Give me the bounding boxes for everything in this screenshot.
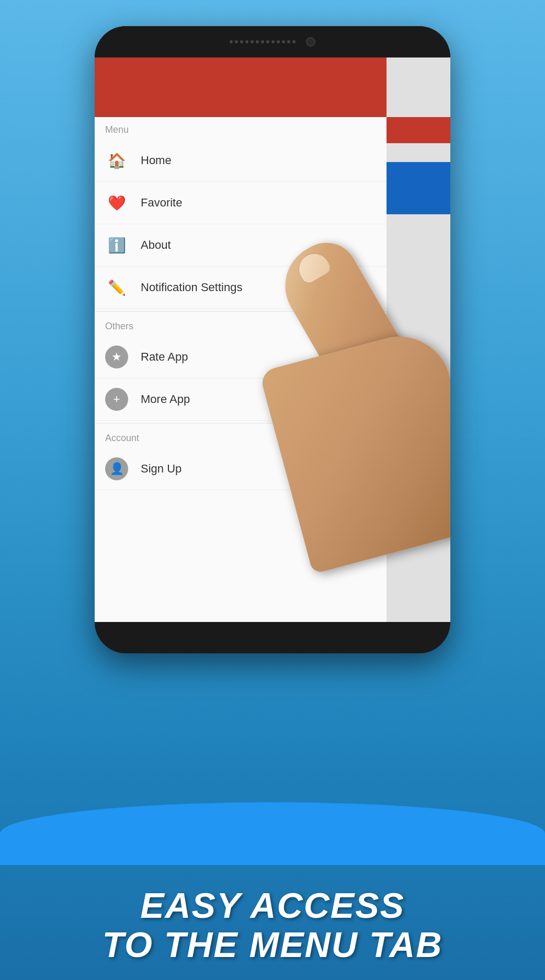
phone-top-hardware bbox=[95, 26, 450, 57]
user-icon: 👤 bbox=[105, 457, 128, 480]
about-label: About bbox=[141, 238, 171, 252]
home-label: Home bbox=[141, 154, 172, 167]
signup-label: Sign Up bbox=[141, 462, 181, 476]
notification-settings-label: Notification Settings bbox=[141, 281, 242, 294]
camera bbox=[306, 37, 315, 47]
speaker bbox=[230, 40, 296, 43]
hand-shape bbox=[283, 240, 450, 554]
more-app-label: More App bbox=[141, 393, 190, 406]
home-icon: 🏠 bbox=[105, 149, 128, 172]
favorite-label: Favorite bbox=[141, 196, 182, 210]
menu-item-home[interactable]: 🏠 Home bbox=[95, 140, 387, 182]
info-icon: ℹ️ bbox=[105, 234, 128, 257]
bg-accent bbox=[387, 117, 450, 143]
bottom-text-area: EASY ACCESS TO THE MENU TAB bbox=[0, 886, 545, 964]
rate-app-label: Rate App bbox=[141, 350, 188, 364]
star-icon: ★ bbox=[105, 345, 128, 368]
phone-bottom-hardware bbox=[95, 622, 450, 653]
background-wave bbox=[0, 802, 545, 865]
drawer-header bbox=[95, 57, 387, 117]
hand-overlay bbox=[283, 240, 450, 554]
heart-icon: ❤️ bbox=[105, 191, 128, 214]
phone-screen: 📱 🎧 🖼 ✉ 🎧 📶 📡 80% 🔋 23:57 ← Daily Devoti… bbox=[95, 57, 450, 622]
plus-icon: + bbox=[105, 388, 128, 411]
bg-blue bbox=[387, 162, 450, 214]
pencil-icon: ✏️ bbox=[105, 276, 128, 299]
section-menu-label: Menu bbox=[95, 117, 387, 140]
bottom-line-1: EASY ACCESS bbox=[0, 886, 545, 925]
phone-frame: 📱 🎧 🖼 ✉ 🎧 📶 📡 80% 🔋 23:57 ← Daily Devoti… bbox=[95, 26, 450, 653]
palm bbox=[259, 325, 450, 574]
bottom-line-2: TO THE MENU TAB bbox=[0, 925, 545, 964]
menu-item-favorite[interactable]: ❤️ Favorite bbox=[95, 182, 387, 224]
fingernail bbox=[293, 248, 333, 286]
